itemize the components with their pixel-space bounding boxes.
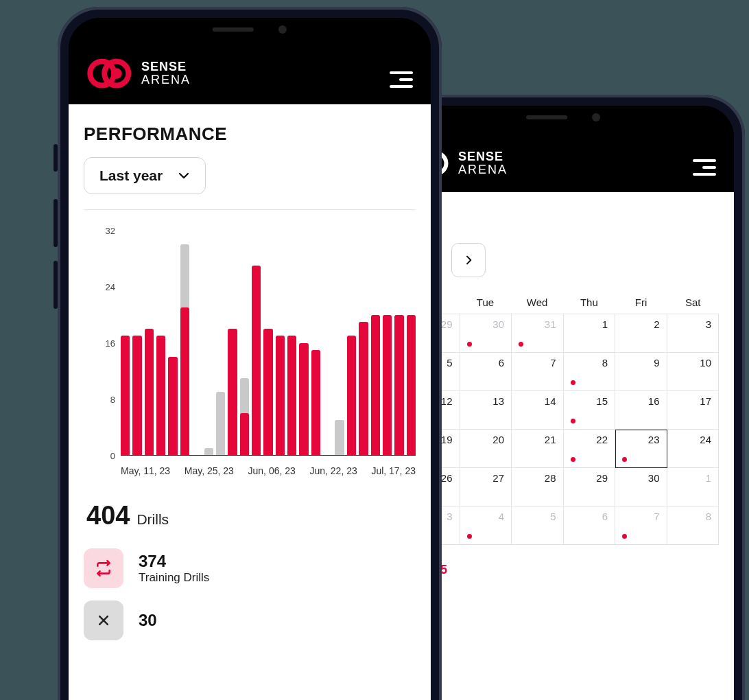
chart-bar[interactable] [121, 231, 130, 455]
calendar-day-cell[interactable]: 27 [460, 468, 512, 506]
calendar-heading: 23 [407, 211, 719, 231]
chart-bar[interactable] [132, 231, 141, 455]
secondary-stat-count: 30 [139, 611, 157, 630]
chart-bar[interactable] [145, 231, 154, 455]
calendar-day-cell[interactable]: 8 [564, 353, 616, 391]
chart-x-tick: Jul, 17, 23 [371, 465, 416, 478]
calendar-day-cell[interactable]: 22 [564, 430, 616, 468]
calendar-day-cell[interactable]: 9 [615, 353, 667, 391]
calendar-grid: 2930311235678910121314151617192021222324… [407, 314, 719, 545]
calendar-event-dot [467, 534, 472, 539]
calendar-day-cell[interactable]: 3 [667, 314, 720, 353]
calendar-day-cell[interactable]: 1 [564, 314, 616, 353]
calendar-day-cell[interactable]: 4 [460, 506, 512, 545]
brand-line2: ARENA [458, 163, 508, 176]
date-range-dropdown[interactable]: Last year [84, 157, 206, 194]
calendar-day-cell[interactable]: 17 [667, 391, 720, 430]
svg-point-4 [111, 68, 122, 79]
chart-bar[interactable] [180, 231, 189, 455]
calendar-day-cell[interactable]: 21 [512, 430, 564, 468]
menu-button[interactable] [390, 70, 413, 89]
calendar-day-cell[interactable]: 2 [615, 314, 667, 353]
chart-bar[interactable] [168, 231, 177, 455]
chart-bar[interactable] [371, 231, 380, 455]
calendar-day-cell[interactable]: 16 [615, 391, 667, 430]
chart-bar[interactable] [204, 231, 213, 455]
calendar-day-cell[interactable]: 14 [512, 391, 564, 430]
weekday-tue: Tue [460, 296, 512, 308]
chart-bar[interactable] [394, 231, 403, 455]
training-drills-count: 374 [139, 552, 209, 571]
chart-x-axis: May, 11, 23May, 25, 23Jun, 06, 23Jun, 22… [121, 461, 416, 478]
calendar-day-cell[interactable]: 30 [460, 314, 512, 353]
calendar-day-cell[interactable]: 6 [564, 506, 616, 545]
chart-bar[interactable] [299, 231, 308, 455]
phone-frame-performance: SENSE ARENA PERFORMANCE Last year 081624… [58, 7, 442, 700]
trainings-row: GS 15 [407, 563, 719, 577]
chart-bar[interactable] [156, 231, 165, 455]
calendar-next-button[interactable] [451, 243, 486, 277]
calendar-day-cell[interactable]: 5 [512, 506, 564, 545]
phone-side-button [54, 261, 58, 309]
chart-bar[interactable] [263, 231, 272, 455]
calendar-day-cell[interactable]: 10 [667, 353, 720, 391]
chart-bar[interactable] [311, 231, 320, 455]
calendar-day-cell[interactable]: 6 [460, 353, 512, 391]
chart-plot-area [121, 231, 416, 456]
chart-y-axis: 08162432 [96, 231, 115, 456]
calendar-day-cell[interactable]: 13 [460, 391, 512, 430]
chart-y-tick: 24 [96, 282, 115, 292]
chart-bar[interactable] [407, 231, 416, 455]
chart-bar[interactable] [252, 231, 261, 455]
chart-x-tick: Jun, 22, 23 [309, 465, 357, 478]
chart-bar[interactable] [347, 231, 356, 455]
chart-bar[interactable] [335, 231, 344, 455]
weekday-wed: Wed [511, 296, 563, 308]
calendar-day-cell[interactable]: 28 [512, 468, 564, 506]
calendar-day-cell[interactable]: 30 [615, 468, 667, 506]
phone-side-button [54, 144, 58, 172]
chart-bar[interactable] [192, 231, 201, 455]
weekday-fri: Fri [615, 296, 667, 308]
total-drills-count: 404 [86, 501, 130, 530]
weekday-thu: Thu [563, 296, 615, 308]
menu-button[interactable] [693, 158, 716, 177]
calendar-event-dot [622, 457, 627, 462]
date-range-label: Last year [99, 167, 163, 184]
chart-bar[interactable] [383, 231, 392, 455]
divider [84, 209, 416, 210]
chart-bar[interactable] [359, 231, 368, 455]
chart-y-tick: 0 [96, 451, 115, 461]
calendar-day-cell[interactable]: 8 [667, 506, 720, 545]
chart-x-tick: May, 25, 23 [185, 465, 234, 478]
chart-y-tick: 32 [96, 226, 115, 236]
phone-notch [150, 18, 349, 41]
logo-icon [86, 58, 134, 89]
calendar-day-cell[interactable]: 29 [564, 468, 616, 506]
training-drills-row: 374 Training Drills [84, 548, 416, 588]
brand-text: SENSE ARENA [458, 150, 508, 176]
calendar-day-cell[interactable]: 7 [615, 506, 667, 545]
calendar-day-cell[interactable]: 1 [667, 468, 720, 506]
calendar-day-cell[interactable]: 24 [667, 430, 720, 468]
chart-y-tick: 8 [96, 395, 115, 405]
calendar-day-cell[interactable]: 23 [615, 430, 667, 468]
chart-bar[interactable] [240, 231, 249, 455]
calendar-event-dot [571, 380, 575, 385]
chart-bar[interactable] [323, 231, 332, 455]
calendar-day-cell[interactable]: 20 [460, 430, 512, 468]
chart-bar[interactable] [276, 231, 285, 455]
chart-bar[interactable] [228, 231, 237, 455]
secondary-stat-row: 30 [84, 600, 416, 640]
chart-y-tick: 16 [96, 338, 115, 349]
chevron-down-icon [178, 170, 190, 182]
chart-bar[interactable] [216, 231, 225, 455]
calendar-day-cell[interactable]: 7 [512, 353, 564, 391]
calendar-event-dot [519, 342, 523, 347]
weekday-sat: Sat [667, 296, 719, 308]
chart-bar[interactable] [287, 231, 296, 455]
calendar-day-cell[interactable]: 31 [512, 314, 564, 353]
calendar-day-cell[interactable]: 15 [564, 391, 616, 430]
performance-chart: 08162432 May, 11, 23May, 25, 23Jun, 06, … [96, 231, 416, 478]
performance-content: PERFORMANCE Last year 08162432 May, 11, … [69, 104, 431, 700]
